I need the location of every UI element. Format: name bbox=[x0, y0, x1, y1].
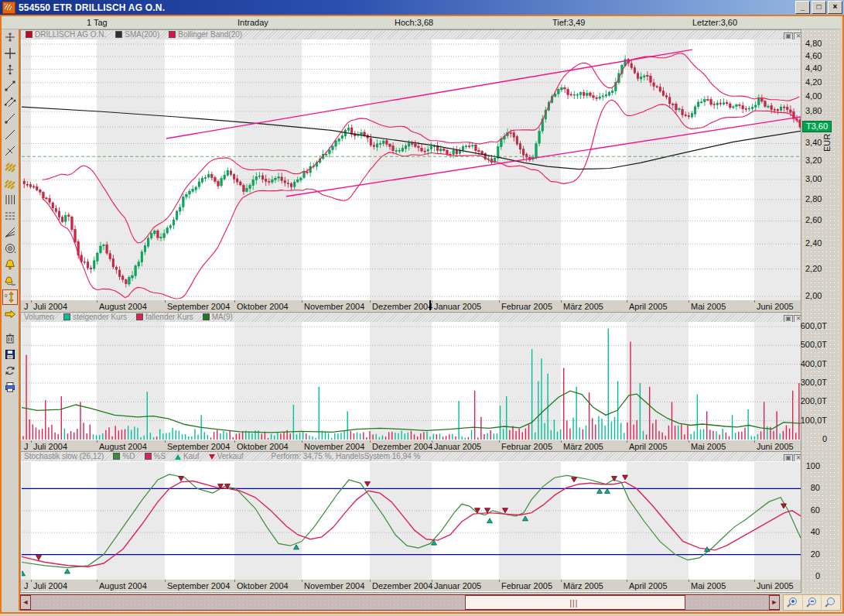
panel-close-icon[interactable]: ✕ bbox=[794, 315, 801, 322]
scrollbar-thumb[interactable]: ||| bbox=[465, 595, 685, 610]
month-label: Februar 2005 bbox=[501, 302, 552, 311]
horizontal-scrollbar[interactable]: ◄ ||| ► bbox=[20, 594, 780, 611]
last-label: Letzter:3,60 bbox=[692, 18, 737, 27]
y-tick-label: 60 bbox=[811, 505, 820, 515]
month-label: August 2004 bbox=[99, 302, 147, 311]
legend-item: Kauf bbox=[170, 452, 200, 461]
scale-updown-icon[interactable]: 0 bbox=[3, 290, 17, 304]
panel-title: Stochastik slow (26,12) bbox=[24, 452, 104, 461]
info-bar: 1 Tag Intraday Hoch:3,68 Tief:3,49 Letzt… bbox=[2, 16, 841, 29]
y-tick-label: 80 bbox=[811, 483, 820, 492]
month-label: Dezember 2004 bbox=[372, 302, 432, 311]
vertical-grid-icon[interactable] bbox=[3, 193, 17, 207]
cursor-crosshair-icon[interactable] bbox=[3, 30, 17, 44]
month-label: Februar 2005 bbox=[501, 581, 552, 590]
delete-trash-icon[interactable] bbox=[3, 331, 17, 345]
sell-marker bbox=[179, 476, 184, 481]
print-icon[interactable] bbox=[3, 380, 17, 394]
y-tick-label: 4,40 bbox=[805, 63, 822, 73]
month-label: März 2005 bbox=[563, 302, 603, 311]
sell-marker bbox=[572, 477, 577, 482]
y-tick-label: 300,0T bbox=[801, 378, 827, 387]
square-legend-icon bbox=[169, 31, 176, 38]
month-label: Mai 2005 bbox=[691, 442, 726, 451]
panel-close-icon[interactable]: ✕ bbox=[794, 454, 801, 461]
zoom-reset-button[interactable] bbox=[822, 595, 840, 610]
panel-restore-icon[interactable]: ▣ bbox=[784, 33, 793, 39]
panel-restore-icon[interactable]: ▣ bbox=[784, 315, 793, 322]
square-legend-icon bbox=[136, 313, 143, 320]
fibo-hatch-1-icon[interactable] bbox=[3, 160, 17, 174]
square-legend-icon bbox=[26, 31, 32, 38]
maximize-button[interactable]: □ bbox=[812, 1, 826, 14]
fan-lines-icon[interactable] bbox=[3, 225, 17, 239]
month-label: März 2005 bbox=[563, 442, 603, 451]
horizontal-grid-icon[interactable] bbox=[3, 209, 17, 223]
legend-item: MA(9) bbox=[198, 313, 233, 322]
month-label: Juli 2004 bbox=[33, 442, 67, 451]
high-label: Hoch:3,68 bbox=[395, 18, 433, 27]
parallel-channel-icon[interactable] bbox=[3, 95, 17, 109]
fibo-spiral-icon[interactable] bbox=[3, 241, 17, 255]
legend-item: %S bbox=[140, 452, 166, 461]
alarm-bell-icon[interactable] bbox=[3, 258, 17, 272]
month-label: J bbox=[24, 581, 29, 590]
cross-line-icon[interactable] bbox=[3, 144, 17, 158]
svg-text:0: 0 bbox=[5, 293, 8, 298]
trendline-icon[interactable] bbox=[3, 79, 17, 93]
y-tick-label: 40 bbox=[811, 527, 820, 536]
month-label: September 2004 bbox=[167, 442, 230, 451]
zoom-out-button[interactable] bbox=[803, 595, 822, 610]
month-label: Mai 2005 bbox=[691, 302, 726, 311]
minimize-button[interactable]: _ bbox=[795, 1, 810, 14]
legend-item: Verkauf bbox=[204, 452, 244, 461]
scroll-right-arrow[interactable]: ► bbox=[769, 595, 780, 610]
panel-close-icon[interactable]: ✕ bbox=[794, 33, 801, 39]
stochastic-chart-canvas[interactable] bbox=[22, 462, 801, 580]
square-legend-icon bbox=[63, 313, 70, 320]
square-legend-icon bbox=[203, 313, 210, 320]
y-tick-label: 100,0T bbox=[801, 416, 827, 425]
panel-restore-icon[interactable]: ▣ bbox=[784, 454, 793, 461]
month-label: November 2004 bbox=[304, 581, 364, 590]
month-label: Dezember 2004 bbox=[372, 442, 432, 451]
save-disk-icon[interactable] bbox=[3, 347, 17, 361]
performance-text: Perform: 34,75 %, HandelsSystem 16,94 % bbox=[272, 452, 421, 461]
zoom-button-group bbox=[783, 594, 841, 611]
month-label: September 2004 bbox=[167, 581, 230, 590]
line-icon[interactable] bbox=[3, 128, 17, 142]
close-button[interactable]: × bbox=[828, 1, 842, 14]
month-label: Juni 2005 bbox=[757, 581, 794, 590]
month-label: J bbox=[24, 442, 29, 451]
month-label: Juni 2005 bbox=[757, 302, 794, 311]
volume-x-axis: JJuli 2004August 2004September 2004Oktob… bbox=[21, 440, 801, 450]
sell-marker bbox=[36, 556, 42, 560]
fibo-hatch-2-icon[interactable] bbox=[3, 176, 17, 190]
crosshair-large-icon[interactable] bbox=[3, 46, 17, 60]
price-x-axis: JJuli 2004August 2004September 2004Oktob… bbox=[21, 300, 801, 311]
month-label: Februar 2005 bbox=[501, 442, 552, 451]
volume-legend-bar: Volumensteigender Kursfallender KursMA(9… bbox=[21, 313, 801, 322]
scroll-left-arrow[interactable]: ◄ bbox=[20, 595, 31, 610]
month-label: Januar 2005 bbox=[434, 581, 481, 590]
refresh-icon[interactable] bbox=[3, 364, 17, 378]
square-legend-icon bbox=[113, 453, 120, 460]
buy-marker bbox=[605, 488, 610, 493]
month-label: Juli 2004 bbox=[33, 302, 67, 311]
vertical-cursor-icon[interactable] bbox=[3, 63, 17, 77]
arrow-annotation-icon[interactable] bbox=[3, 306, 17, 320]
square-legend-icon bbox=[145, 453, 152, 460]
legend-item: SMA(200) bbox=[111, 30, 159, 39]
volume-chart-canvas[interactable] bbox=[22, 322, 801, 440]
alarm-bell-list-icon[interactable] bbox=[3, 274, 17, 288]
ray-line-icon[interactable] bbox=[3, 111, 17, 125]
scrollbar-grip: ||| bbox=[570, 599, 581, 607]
y-tick-label: 0 bbox=[822, 434, 827, 443]
zoom-in-button[interactable] bbox=[784, 595, 803, 610]
legend-item: Bollinger Band(20) bbox=[164, 30, 242, 39]
panel-title: Volumen bbox=[24, 313, 54, 322]
price-chart-canvas[interactable] bbox=[22, 39, 801, 300]
y-tick-label: 200,0T bbox=[801, 396, 827, 406]
buy-marker bbox=[65, 569, 70, 573]
y-tick-label: 3,40 bbox=[805, 138, 822, 147]
